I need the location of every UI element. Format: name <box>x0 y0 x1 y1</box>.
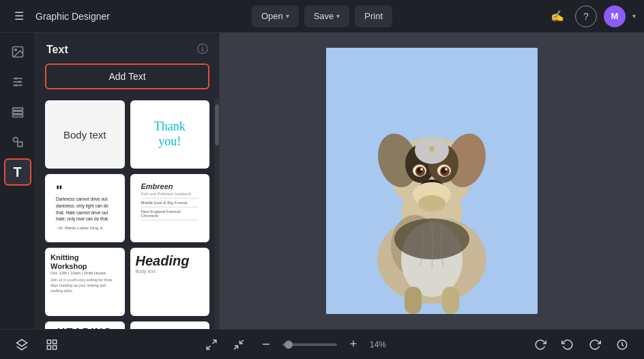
zoom-percent-label: 14% <box>370 340 392 349</box>
svg-line-47 <box>207 345 210 349</box>
icon-sidebar: T <box>0 33 35 329</box>
template-card-body-text[interactable]: Body text <box>45 100 125 169</box>
comment-icon[interactable]: ✍ <box>546 5 568 27</box>
sidebar-item-adjust[interactable] <box>4 68 31 96</box>
bottom-toolbar: − + 14% <box>0 329 644 359</box>
svg-rect-9 <box>12 111 23 113</box>
svg-line-49 <box>240 340 244 343</box>
svg-point-5 <box>14 77 16 79</box>
header-center: Open ▾ Save ▾ Print <box>219 5 424 27</box>
zoom-in-button[interactable]: + <box>342 334 364 356</box>
thank-you-text: Thank you! <box>154 119 186 149</box>
open-button[interactable]: Open ▾ <box>252 5 299 27</box>
svg-marker-41 <box>17 339 27 346</box>
zoom-out-button[interactable]: − <box>255 334 277 356</box>
bottom-toolbar-right <box>529 334 633 356</box>
svg-point-33 <box>418 195 445 212</box>
text-panel: Text ⓘ Add Text Body text Thank you! <box>35 33 220 329</box>
print-button[interactable]: Print <box>355 5 392 27</box>
svg-line-46 <box>213 340 216 343</box>
canvas-frame <box>326 48 538 314</box>
template-card-thank-you[interactable]: Thank you! <box>130 100 210 169</box>
shrink-button[interactable] <box>228 334 250 356</box>
grid-button[interactable] <box>41 334 63 356</box>
svg-rect-39 <box>442 287 459 314</box>
template-card-quote[interactable]: " Darkness cannot drive out darkness; on… <box>45 174 125 242</box>
redo-button[interactable] <box>584 334 606 356</box>
sidebar-item-elements[interactable] <box>4 128 31 156</box>
svg-rect-42 <box>47 340 50 343</box>
sidebar-item-layers[interactable] <box>4 98 31 126</box>
help-icon[interactable]: ? <box>575 5 597 27</box>
svg-point-29 <box>445 168 448 171</box>
header-right: ✍ ? M ▾ <box>430 5 636 27</box>
avatar-chevron-icon: ▾ <box>632 12 636 20</box>
info-icon[interactable]: ⓘ <box>197 42 208 57</box>
app-title: Graphic Designer <box>35 11 110 22</box>
svg-point-40 <box>429 146 435 152</box>
svg-line-48 <box>234 345 237 349</box>
text-panel-title: Text <box>46 44 68 56</box>
canvas-area[interactable] <box>220 33 644 329</box>
svg-point-1 <box>14 49 16 51</box>
dog-svg <box>326 48 538 314</box>
scrollbar-thumb <box>215 104 219 145</box>
template-grid: Body text Thank you! " Darkness cannot d… <box>35 98 219 329</box>
template-card-embreen[interactable]: Embreen Soft and Polished Goldwork Middl… <box>130 174 210 242</box>
template-card-heading[interactable]: Heading Body text <box>130 248 210 316</box>
zoom-slider[interactable] <box>282 343 337 346</box>
knitting-content: KnittingWorkshop Oct. 12th | 10am | Draf… <box>45 248 125 299</box>
open-chevron-icon: ▾ <box>286 12 289 20</box>
sidebar-item-text[interactable]: T <box>4 158 31 186</box>
svg-rect-44 <box>47 345 50 349</box>
template-card-heading-big[interactable]: HEADING Body text <box>45 321 125 329</box>
svg-point-28 <box>420 168 423 171</box>
body-text-label: Body text <box>63 129 106 141</box>
svg-rect-12 <box>18 142 23 147</box>
main-content: T Text ⓘ Add Text Body text Thank you! <box>0 33 644 329</box>
svg-point-6 <box>18 81 20 83</box>
history-button[interactable] <box>611 334 633 356</box>
heading-content: Heading Body text <box>130 248 210 279</box>
panel-scrollbar[interactable] <box>215 98 219 329</box>
undo-button[interactable] <box>557 334 579 356</box>
save-chevron-icon: ▾ <box>336 12 340 20</box>
heading-big-content: HEADING Body text <box>45 321 125 329</box>
template-card-knitting[interactable]: KnittingWorkshop Oct. 12th | 10am | Draf… <box>45 248 125 316</box>
svg-rect-38 <box>405 287 422 314</box>
save-button[interactable]: Save ▾ <box>304 5 350 27</box>
svg-rect-8 <box>12 108 23 110</box>
add-text-button[interactable]: Add Text <box>45 63 209 89</box>
canvas-image <box>326 48 538 314</box>
template-card-love[interactable]: L O V E <box>130 321 210 329</box>
layers-button[interactable] <box>11 334 33 356</box>
bottom-toolbar-center: − + 14% <box>201 334 392 356</box>
text-panel-header: Text ⓘ <box>35 33 219 63</box>
fit-screen-button[interactable] <box>201 334 222 356</box>
rotate-button[interactable] <box>529 334 551 356</box>
header-left: ☰ Graphic Designer <box>8 5 214 27</box>
embreen-content: Embreen Soft and Polished Goldwork Middl… <box>136 178 205 227</box>
bottom-toolbar-left <box>11 334 63 356</box>
hamburger-menu[interactable]: ☰ <box>8 5 30 27</box>
svg-rect-43 <box>53 340 57 343</box>
quote-text: " Darkness cannot drive out darkness; on… <box>50 180 119 236</box>
header: ☰ Graphic Designer Open ▾ Save ▾ Print ✍… <box>0 0 644 33</box>
avatar[interactable]: M <box>604 5 626 27</box>
svg-point-11 <box>13 137 18 142</box>
svg-rect-45 <box>53 345 57 349</box>
sidebar-item-image[interactable] <box>4 38 31 66</box>
svg-point-7 <box>14 84 16 86</box>
svg-rect-10 <box>12 115 23 117</box>
